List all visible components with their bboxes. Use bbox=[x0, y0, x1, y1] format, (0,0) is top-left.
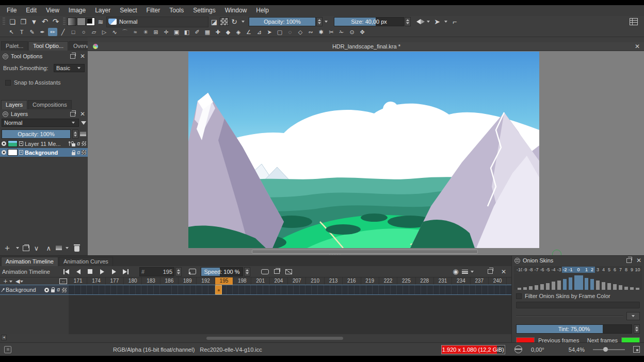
onion-opacity-bar-0[interactable] bbox=[573, 274, 584, 290]
frame-label-189[interactable]: 189 bbox=[178, 277, 196, 285]
onion-opacity-bar-5[interactable] bbox=[606, 274, 612, 290]
tint-slider[interactable]: Tint: 75,00% bbox=[516, 324, 632, 334]
onion-opacity-bar--5[interactable] bbox=[545, 274, 551, 290]
onion-opacity-bar-6[interactable] bbox=[612, 274, 618, 290]
previous-frame-button[interactable] bbox=[73, 267, 84, 276]
add-keyframe-button[interactable]: ＋ bbox=[2, 276, 12, 286]
frame-label-222[interactable]: 222 bbox=[379, 277, 397, 285]
pattern-chooser[interactable] bbox=[77, 18, 86, 26]
onion-number--10[interactable]: -10 bbox=[517, 267, 522, 273]
tool-fill[interactable]: ◆ bbox=[223, 28, 233, 36]
tab-palette[interactable]: Palet... bbox=[1, 41, 28, 51]
float-icon[interactable] bbox=[70, 112, 75, 117]
tool-freehand-select[interactable]: ∾ bbox=[306, 28, 315, 36]
filter-onion-skins-row[interactable]: Filter Onion Skins by Frame Color bbox=[512, 290, 644, 299]
menu-item-filter[interactable]: Filter bbox=[142, 5, 165, 16]
onion-number-0[interactable]: 0 bbox=[573, 267, 584, 273]
wrap-around-button[interactable]: ⌐ bbox=[449, 17, 460, 27]
layers-visibility-button[interactable] bbox=[271, 267, 282, 276]
onion-number--1[interactable]: -1 bbox=[568, 267, 573, 273]
panel-menu-icon[interactable] bbox=[514, 258, 520, 264]
close-icon[interactable]: ✕ bbox=[636, 258, 641, 263]
opacity-slider[interactable]: Opacity: 100% bbox=[249, 17, 316, 26]
tool-enclose-fill[interactable]: ◈ bbox=[234, 28, 243, 36]
frame-label-234[interactable]: 234 bbox=[452, 277, 470, 285]
zoom-fit-icon[interactable]: ↔ bbox=[59, 278, 67, 284]
tool-transform[interactable]: ⊞ bbox=[151, 28, 160, 36]
document-canvas[interactable] bbox=[188, 52, 539, 248]
speed-slider[interactable]: Speed: 100 % bbox=[201, 267, 243, 276]
frame-label-174[interactable]: 174 bbox=[87, 277, 105, 285]
tool-assistants[interactable]: ∠ bbox=[244, 28, 253, 36]
toolbar-grip2[interactable] bbox=[63, 18, 66, 26]
inherit-alpha-icon[interactable] bbox=[82, 141, 86, 146]
frame-label-237[interactable]: 237 bbox=[470, 277, 488, 285]
layer-row-layer11[interactable]: Layer 11 Me... α bbox=[0, 139, 88, 148]
close-icon[interactable]: ✕ bbox=[80, 54, 85, 59]
menu-item-window[interactable]: Window bbox=[220, 5, 252, 16]
onion-opacity-bar--9[interactable] bbox=[522, 274, 528, 290]
opacity-spinner[interactable] bbox=[316, 17, 323, 26]
audio-options-button[interactable]: ◀ bbox=[15, 278, 23, 285]
float-icon[interactable] bbox=[626, 258, 632, 263]
size-slider[interactable]: Size: 40,00 px bbox=[334, 17, 404, 26]
flow-flag-button[interactable]: ➤ bbox=[432, 17, 442, 27]
onion-opacity-bar-9[interactable] bbox=[629, 274, 635, 290]
onion-opacity-bar--1[interactable] bbox=[568, 274, 573, 290]
tool-polygon-select[interactable]: ◇ bbox=[296, 28, 305, 36]
menu-item-help[interactable]: Help bbox=[251, 5, 273, 16]
tool-line[interactable]: ╱ bbox=[58, 28, 68, 36]
onion-number-9[interactable]: 9 bbox=[629, 267, 635, 273]
tool-pattern[interactable]: ▦ bbox=[203, 28, 212, 36]
onion-number-7[interactable]: 7 bbox=[618, 267, 623, 273]
skip-to-start-button[interactable] bbox=[61, 267, 72, 276]
zoom-slider-handle[interactable] bbox=[603, 347, 608, 352]
tool-similar-select[interactable]: ✱ bbox=[316, 28, 326, 36]
tool-calligraphy[interactable]: ✒ bbox=[38, 28, 47, 36]
onion-number--2[interactable]: -2 bbox=[562, 267, 568, 273]
save-button[interactable]: ▼ bbox=[29, 17, 39, 27]
canvas-h-scrollbar[interactable] bbox=[252, 250, 478, 254]
float-icon[interactable] bbox=[70, 54, 75, 59]
mirror-dropdown-arrow[interactable] bbox=[427, 21, 430, 23]
close-document-icon[interactable]: ✕ bbox=[635, 44, 640, 49]
onion-number-4[interactable]: 4 bbox=[601, 267, 606, 273]
layer-options-menu[interactable] bbox=[80, 132, 86, 136]
onion-opacity-bar-1[interactable] bbox=[584, 274, 589, 290]
tool-bezier-select[interactable]: ✁ bbox=[337, 28, 346, 36]
frame-label-219[interactable]: 219 bbox=[361, 277, 379, 285]
toolbar-grip[interactable] bbox=[3, 18, 5, 26]
frame-label-216[interactable]: 216 bbox=[342, 277, 360, 285]
onion-number--8[interactable]: -8 bbox=[528, 267, 534, 273]
frame-spinner[interactable] bbox=[175, 267, 182, 276]
layer-opacity-slider[interactable]: Opacity: 100% bbox=[2, 129, 71, 139]
tab-animation-curves[interactable]: Animation Curves bbox=[59, 257, 113, 266]
open-document-button[interactable]: ❐ bbox=[18, 17, 28, 27]
tool-select-shapes[interactable]: ↖ bbox=[7, 28, 16, 36]
canvas-backdrop[interactable] bbox=[88, 51, 644, 255]
timeline-menu-arrow[interactable] bbox=[471, 271, 474, 273]
onion-opacity-bar--3[interactable] bbox=[556, 274, 562, 290]
onion-opacity-bar-7[interactable] bbox=[618, 274, 623, 290]
pin-icon[interactable] bbox=[1, 288, 5, 292]
canvas-rotation-icon[interactable] bbox=[514, 345, 522, 353]
menu-item-view[interactable]: View bbox=[41, 5, 64, 16]
play-button[interactable] bbox=[96, 267, 107, 276]
timeline-layer-row[interactable]: Background α bbox=[0, 285, 511, 295]
alpha-lock-icon[interactable]: α bbox=[77, 150, 80, 155]
tab-tool-options[interactable]: Tool Optio... bbox=[28, 41, 68, 51]
timeline-h-scrollbar[interactable] bbox=[206, 337, 343, 340]
onion-number-10[interactable]: 10 bbox=[635, 267, 640, 273]
tool-bezier-curve[interactable]: ∿ bbox=[110, 28, 119, 36]
alpha-lock-icon[interactable]: α bbox=[77, 141, 80, 146]
timeline-scroll-left-button[interactable]: ◂ bbox=[1, 335, 7, 340]
tool-rect-select[interactable]: ▢ bbox=[275, 28, 284, 36]
tool-edit-shapes[interactable]: ✎ bbox=[27, 28, 37, 36]
tool-dynamic-brush[interactable]: ≈ bbox=[131, 28, 140, 36]
tool-smart-patch[interactable]: ✚ bbox=[213, 28, 222, 36]
current-keyframe-marker[interactable] bbox=[215, 285, 222, 294]
frame-label-213[interactable]: 213 bbox=[324, 277, 342, 285]
onion-skins-toggle-icon[interactable]: ◉ bbox=[450, 267, 461, 276]
frame-label-195[interactable]: 195 bbox=[215, 277, 233, 285]
frame-label-210[interactable]: 210 bbox=[305, 277, 324, 285]
